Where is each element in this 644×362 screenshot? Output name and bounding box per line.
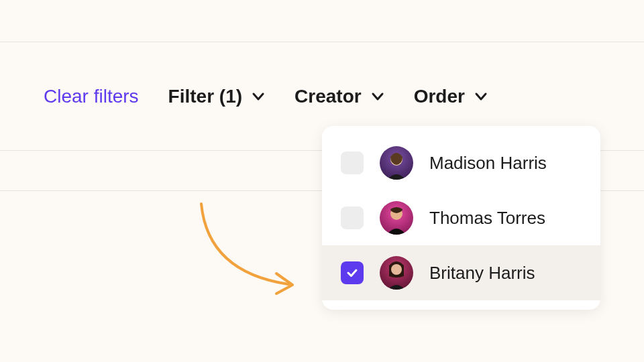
creator-dropdown-panel: Madison Harris Thomas Torres — [322, 126, 600, 310]
creator-option-row[interactable]: Madison Harris — [322, 135, 600, 190]
creator-dropdown-button[interactable]: Creator — [294, 86, 384, 107]
creator-option-name: Thomas Torres — [429, 208, 545, 229]
creator-option-name: Britany Harris — [429, 263, 535, 284]
filter-label: Filter (1) — [168, 86, 242, 107]
avatar — [380, 146, 413, 180]
creator-label: Creator — [294, 86, 362, 107]
order-label: Order — [414, 86, 465, 107]
checkbox-checked[interactable] — [341, 261, 364, 284]
creator-option-name: Madison Harris — [429, 153, 547, 174]
chevron-down-icon — [371, 90, 384, 103]
creator-option-row[interactable]: Britany Harris — [322, 245, 600, 300]
creator-option-row[interactable]: Thomas Torres — [322, 190, 600, 245]
arrow-illustration-icon — [188, 198, 309, 302]
checkbox-unchecked[interactable] — [341, 206, 364, 229]
chevron-down-icon — [474, 90, 488, 103]
chevron-down-icon — [252, 90, 265, 103]
order-dropdown-button[interactable]: Order — [414, 86, 488, 107]
checkbox-unchecked[interactable] — [341, 152, 364, 174]
clear-filters-link[interactable]: Clear filters — [44, 86, 139, 107]
avatar — [380, 201, 413, 235]
svg-point-6 — [391, 264, 402, 275]
avatar — [380, 256, 413, 290]
filter-dropdown-button[interactable]: Filter (1) — [168, 86, 265, 107]
